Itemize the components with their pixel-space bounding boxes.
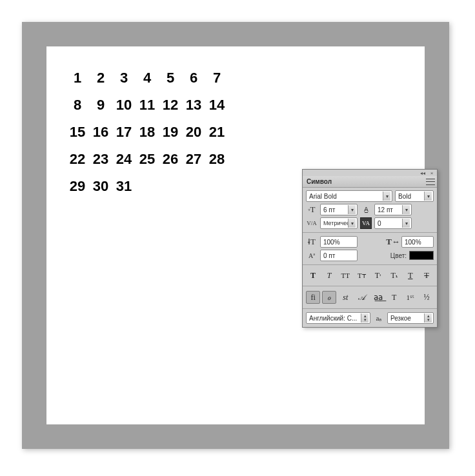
calendar-cell: 16 [89,124,112,141]
calendar-cell: 7 [205,70,228,86]
chevron-down-icon: ▾ [348,219,356,228]
calendar-cell: 3 [112,70,136,86]
chevron-down-icon: ▾ [402,205,410,214]
calendar-cell: 5 [159,70,182,86]
panel-menu-icon[interactable] [426,179,435,185]
vscale-value: 100% [323,239,340,246]
titling-alt-button[interactable]: T [387,291,401,304]
chevron-down-icon: ▾ [424,192,432,201]
leading-value: 12 пт [378,206,393,213]
calendar-cell: 21 [205,124,228,141]
calendar-cell: 22 [66,151,89,168]
divider [303,232,437,233]
calendar-cell: 1 [66,70,89,86]
kern-row: V/A Метрическ. ▾ VA 0 ▾ [306,217,434,229]
vscale-icon: I̵T [306,236,318,248]
calendar-text: 1234567891011121314151617181920212223242… [66,70,240,205]
ordinals-button[interactable]: 1ˢᵗ [403,291,418,304]
leading-input[interactable]: 12 пт ▾ [374,204,412,215]
baseline-row: Aª 0 пт Цвет: [306,250,434,261]
calendar-cell: 30 [89,178,112,195]
baseline-value: 0 пт [323,252,335,259]
font-size-input[interactable]: 6 пт ▾ [320,204,358,215]
calendar-row: 293031 [66,178,240,195]
size-row: тT 6 пт ▾ A̲ 12 пт ▾ [306,204,434,215]
fractions-button[interactable]: ½ [419,291,434,304]
updown-icon: ▴▾ [424,313,432,322]
font-family-select[interactable]: Arial Bold ▾ [306,190,392,202]
character-panel[interactable]: ◂◂ × Символ Arial Bold ▾ [302,169,438,328]
strike-button[interactable]: T [419,270,434,281]
language-value: Английский: С... [309,315,367,322]
app-frame: 1234567891011121314151617181920212223242… [22,22,449,449]
calendar-cell: 12 [159,97,182,114]
calendar-cell: 20 [182,124,205,141]
text-color-swatch[interactable] [409,251,434,260]
discretionary-lig-button[interactable]: st [338,291,352,304]
panel-body: Arial Bold ▾ Bold ▾ тT 6 пт ▾ [303,188,437,327]
calendar-cell: 15 [66,124,89,141]
font-size-icon: тT [306,204,318,215]
tracking-icon: VA [360,217,372,229]
font-row: Arial Bold ▾ Bold ▾ [306,190,434,202]
divider [303,264,437,265]
tracking-value: 0 [378,220,381,227]
calendar-cell: 28 [205,151,228,168]
panel-header: Символ [303,176,437,188]
faux-italic-button[interactable]: T [322,270,336,281]
swash-button[interactable]: 𝒜 [354,291,369,304]
updown-icon: ▴▾ [361,313,369,322]
kerning-input[interactable]: Метрическ. ▾ [320,217,358,229]
calendar-cell: 27 [182,151,205,168]
scale-row: I̵T 100% T↔ 100% [306,236,434,248]
stylistic-alt-button[interactable]: a͟a͟ [371,291,385,304]
superscript-button[interactable]: T¹ [371,270,385,281]
hscale-value: 100% [405,239,421,246]
color-label: Цвет: [390,252,407,259]
calendar-cell: 18 [136,124,159,141]
calendar-cell: 17 [112,124,136,141]
font-size-value: 6 пт [323,206,335,213]
antialias-select[interactable]: Резкое ▴▾ [387,312,434,324]
underline-button[interactable]: T [403,270,418,281]
panel-title: Символ [307,178,332,185]
ligatures-button[interactable]: fi [306,291,320,304]
subscript-button[interactable]: T₁ [387,270,401,281]
faux-bold-button[interactable]: T [306,270,320,281]
calendar-cell: 8 [66,97,89,114]
calendar-row: 15161718192021 [66,124,240,141]
contextual-alt-button[interactable]: ℴ [322,291,336,304]
collapse-icon[interactable]: ◂◂ [420,170,425,175]
allcaps-button[interactable]: TT [338,270,352,281]
font-style-select[interactable]: Bold ▾ [395,190,434,202]
language-row: Английский: С... ▴▾ aₐ Резкое ▴▾ [306,312,434,324]
calendar-cell: 6 [182,70,205,86]
tracking-input[interactable]: 0 ▾ [374,217,412,229]
calendar-row: 22232425262728 [66,151,240,168]
calendar-cell: 2 [89,70,112,86]
language-select[interactable]: Английский: С... ▴▾ [306,312,370,324]
hscale-icon: T↔ [387,236,399,248]
hscale-input[interactable]: 100% [401,236,434,248]
leading-icon: A̲ [360,204,372,215]
document-canvas: 1234567891011121314151617181920212223242… [46,46,425,424]
calendar-row: 891011121314 [66,97,240,114]
chevron-down-icon: ▾ [383,192,390,201]
calendar-cell: 13 [182,97,205,114]
baseline-input[interactable]: 0 пт [320,250,358,261]
calendar-cell: 11 [136,97,159,114]
calendar-cell: 10 [112,97,136,114]
smallcaps-button[interactable]: Tᴛ [354,270,369,281]
calendar-cell: 14 [205,97,228,114]
calendar-cell: 24 [112,151,136,168]
calendar-row: 1234567 [66,70,240,86]
divider [303,286,437,286]
antialias-icon: aₐ [373,312,385,324]
chevron-down-icon: ▾ [402,219,410,228]
calendar-cell: 9 [89,97,112,114]
text-style-row: T T TT Tᴛ T¹ T₁ T T [306,268,434,283]
font-family-value: Arial Bold [309,193,389,200]
close-icon[interactable]: × [429,170,434,175]
chevron-down-icon: ▾ [348,205,356,214]
vscale-input[interactable]: 100% [320,236,358,248]
